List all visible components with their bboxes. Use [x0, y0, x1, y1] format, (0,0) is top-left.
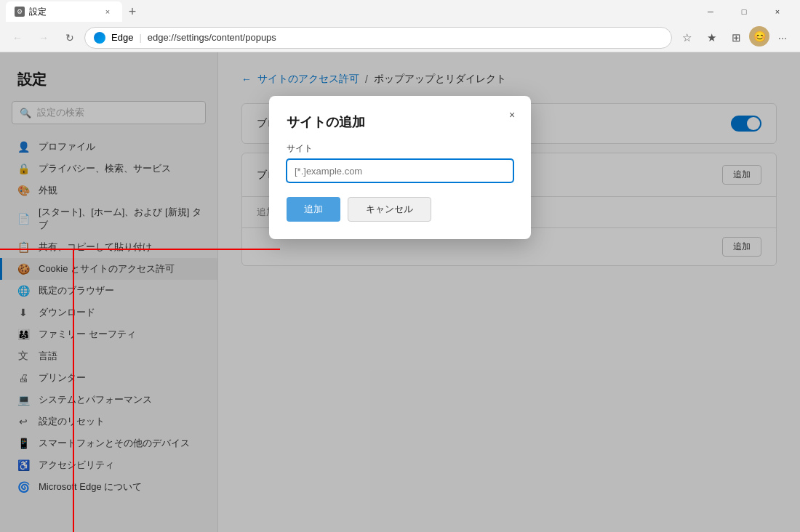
- window-controls: ─ □ ×: [694, 0, 794, 23]
- toolbar: ← → ↻ Edge | edge://settings/content/pop…: [0, 23, 800, 52]
- new-tab-button[interactable]: +: [122, 1, 143, 22]
- tab-settings[interactable]: ⚙ 設定 ×: [6, 1, 122, 22]
- dialog-actions: 追加 キャンセル: [287, 197, 513, 222]
- favorites-icon[interactable]: ☆: [675, 26, 698, 49]
- settings-tab-icon: ⚙: [15, 7, 25, 17]
- main-area: 設定 🔍 設定の検索 👤 プロファイル 🔒 プライバシー、検索、サービス 🎨 外…: [0, 52, 800, 532]
- profile-avatar[interactable]: 😊: [749, 26, 769, 47]
- forward-button[interactable]: →: [32, 26, 55, 49]
- back-button[interactable]: ←: [6, 26, 29, 49]
- url-text: edge://settings/content/popups: [148, 32, 276, 43]
- modal-overlay: サイトの追加 × サイト 追加 キャンセル: [0, 52, 800, 532]
- close-tab-button[interactable]: ×: [102, 6, 113, 17]
- dialog-add-button[interactable]: 追加: [287, 197, 340, 222]
- edge-logo-icon: [94, 32, 105, 44]
- site-label: サイト: [287, 142, 513, 155]
- dialog-cancel-button[interactable]: キャンセル: [348, 197, 431, 222]
- address-brand: Edge: [111, 32, 133, 43]
- refresh-button[interactable]: ↻: [58, 26, 81, 49]
- reading-list-icon[interactable]: ★: [700, 26, 723, 49]
- minimize-button[interactable]: ─: [694, 0, 727, 23]
- address-separator: |: [139, 32, 141, 43]
- dialog-title: サイトの追加: [287, 113, 513, 131]
- titlebar: ⚙ 設定 × + ─ □ ×: [0, 0, 800, 23]
- tab-title: 設定: [29, 6, 47, 18]
- close-window-button[interactable]: ×: [761, 0, 794, 23]
- toolbar-actions: ☆ ★ ⊞ 😊 ···: [675, 26, 794, 49]
- more-button[interactable]: ···: [771, 26, 794, 49]
- collections-icon[interactable]: ⊞: [724, 26, 748, 49]
- maximize-button[interactable]: □: [727, 0, 761, 23]
- add-site-dialog: サイトの追加 × サイト 追加 キャンセル: [269, 96, 531, 239]
- address-bar[interactable]: Edge | edge://settings/content/popups: [84, 27, 672, 49]
- site-input[interactable]: [287, 159, 513, 182]
- dialog-close-button[interactable]: ×: [502, 105, 522, 125]
